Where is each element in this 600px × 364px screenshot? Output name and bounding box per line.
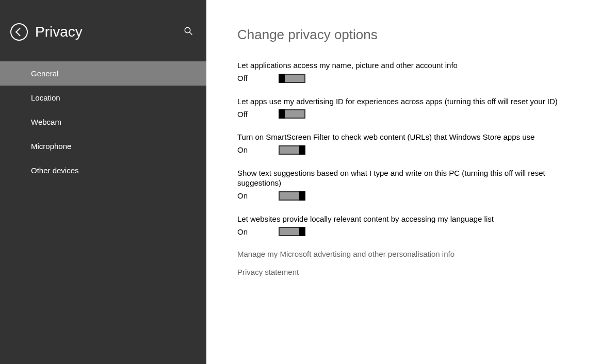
content-title: Change privacy options <box>237 27 579 43</box>
toggle-knob <box>299 145 305 155</box>
option-row: Off <box>237 109 567 119</box>
option-row: On <box>237 191 567 201</box>
toggle-knob <box>279 74 285 83</box>
toggle-text-suggestions[interactable] <box>279 191 305 201</box>
option-label: Let apps use my advertising ID for exper… <box>237 96 567 107</box>
option-row: On <box>237 227 567 236</box>
sidebar-item-label: General <box>31 69 58 78</box>
option-row: Off <box>237 74 567 83</box>
svg-line-1 <box>189 32 192 35</box>
toggle-knob <box>279 109 285 119</box>
svg-point-0 <box>185 27 190 33</box>
search-button[interactable] <box>181 23 196 41</box>
option-label: Let websites provide locally relevant co… <box>237 214 567 224</box>
link-manage-advertising[interactable]: Manage my Microsoft advertising and othe… <box>237 250 567 258</box>
option-state: On <box>237 227 279 236</box>
sidebar-item-webcam[interactable]: Webcam <box>0 110 206 134</box>
sidebar-header: Privacy <box>0 0 206 61</box>
toggle-knob <box>299 191 305 201</box>
option-state: Off <box>237 74 279 82</box>
page-title: Privacy <box>35 24 181 40</box>
option-state: Off <box>237 110 279 119</box>
sidebar-item-label: Other devices <box>31 166 79 175</box>
sidebar-nav: General Location Webcam Microphone Other… <box>0 61 206 183</box>
back-arrow-icon <box>15 28 24 37</box>
sidebar: Privacy General Location Webcam Micropho… <box>0 0 206 364</box>
toggle-knob <box>299 227 305 236</box>
option-label: Turn on SmartScreen Filter to check web … <box>237 132 567 142</box>
option-row: On <box>237 145 567 155</box>
option-language-list: Let websites provide locally relevant co… <box>237 214 567 237</box>
toggle-advertising-id[interactable] <box>279 109 305 119</box>
toggle-language-list[interactable] <box>279 227 305 236</box>
sidebar-item-location[interactable]: Location <box>0 86 206 110</box>
option-label: Show text suggestions based on what I ty… <box>237 168 567 188</box>
option-state: On <box>237 191 279 200</box>
sidebar-item-label: Location <box>31 93 60 102</box>
toggle-smartscreen[interactable] <box>279 145 305 155</box>
option-account-info: Let applications access my name, picture… <box>237 60 567 83</box>
option-label: Let applications access my name, picture… <box>237 60 567 71</box>
sidebar-item-label: Webcam <box>31 118 61 126</box>
back-button[interactable] <box>10 23 28 41</box>
option-advertising-id: Let apps use my advertising ID for exper… <box>237 96 567 119</box>
search-icon <box>184 26 193 36</box>
option-smartscreen: Turn on SmartScreen Filter to check web … <box>237 132 567 155</box>
sidebar-item-general[interactable]: General <box>0 61 206 86</box>
sidebar-item-other-devices[interactable]: Other devices <box>0 158 206 183</box>
option-state: On <box>237 145 279 154</box>
option-text-suggestions: Show text suggestions based on what I ty… <box>237 168 567 201</box>
sidebar-item-label: Microphone <box>31 142 71 151</box>
sidebar-item-microphone[interactable]: Microphone <box>0 134 206 158</box>
content-pane: Change privacy options Let applications … <box>206 0 600 364</box>
toggle-account-info[interactable] <box>279 74 305 83</box>
link-privacy-statement[interactable]: Privacy statement <box>237 268 567 276</box>
